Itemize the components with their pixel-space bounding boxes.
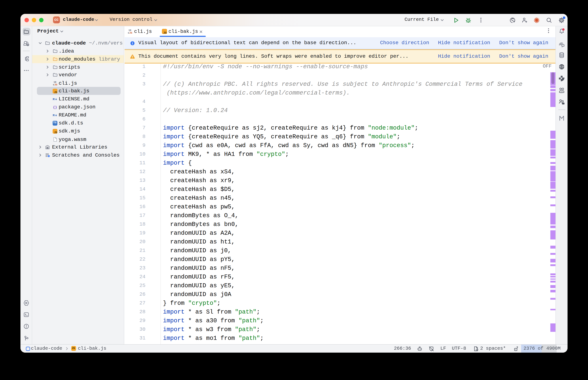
svg-text:M: M [53,98,54,101]
svg-text:X: X [560,65,563,69]
svg-text:0: 0 [128,32,129,34]
svg-text:M: M [53,114,54,117]
svg-text:0: 0 [53,83,54,86]
svg-text:10: 10 [128,29,131,32]
svg-text:{}: {} [53,105,57,109]
svg-text:JS: JS [54,83,57,86]
svg-text:10: 10 [53,81,56,83]
svg-text:JS: JS [129,32,132,34]
